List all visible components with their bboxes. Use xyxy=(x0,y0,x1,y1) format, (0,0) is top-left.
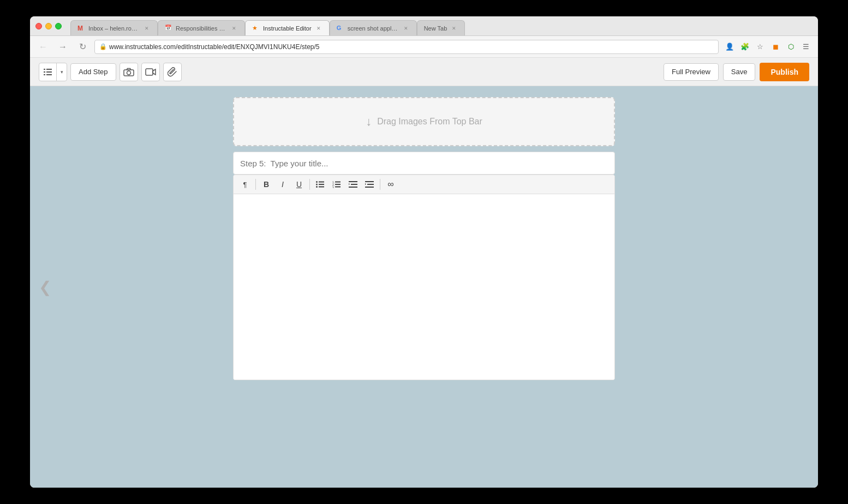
svg-text:3.: 3. xyxy=(332,186,335,188)
drop-arrow-icon: ↓ xyxy=(366,115,372,129)
page-content: ❮ ↓ Drag Images From Top Bar ¶ B I xyxy=(30,86,818,488)
browser-window: M Inbox – helen.rowe@work... ✕ 📅 Respons… xyxy=(30,16,818,488)
video-button[interactable] xyxy=(141,63,160,81)
reload-button[interactable]: ↻ xyxy=(75,39,90,55)
nav-right-icons: 👤 🧩 ☆ ◼ ⬡ ☰ xyxy=(723,40,813,53)
maximize-traffic-light[interactable] xyxy=(55,23,62,29)
svg-rect-16 xyxy=(335,182,341,183)
editor-toolbar: ▾ Add Step xyxy=(30,58,818,86)
back-button[interactable]: ← xyxy=(35,39,51,55)
tab-gmail-label: Inbox – helen.rowe@work... xyxy=(88,25,140,32)
svg-point-7 xyxy=(127,71,130,75)
editor-container: ↓ Drag Images From Top Bar ¶ B I U xyxy=(233,97,615,477)
toolbar-left: ▾ Add Step xyxy=(39,63,659,81)
svg-rect-8 xyxy=(146,69,153,75)
rte-separator-2 xyxy=(309,179,310,190)
tab-newtab-label: New Tab xyxy=(424,25,447,32)
extensions-btn[interactable]: 🧩 xyxy=(738,40,751,53)
menu-btn[interactable]: ☰ xyxy=(799,40,813,53)
svg-rect-20 xyxy=(335,187,341,188)
camera-button[interactable] xyxy=(120,63,138,81)
nav-bar: ← → ↻ 🔒 www.instructables.com/editInstru… xyxy=(30,36,818,58)
svg-rect-25 xyxy=(367,184,374,185)
svg-rect-4 xyxy=(44,74,45,75)
rte-toolbar: ¶ B I U xyxy=(234,175,614,194)
adblock-btn[interactable]: ◼ xyxy=(769,40,782,53)
close-traffic-light[interactable] xyxy=(35,23,42,29)
gmail-tab-icon: M xyxy=(77,25,85,32)
tab-newtab[interactable]: New Tab ✕ xyxy=(417,20,465,35)
tab-instructable-close[interactable]: ✕ xyxy=(315,25,323,32)
rte-paragraph-button[interactable]: ¶ xyxy=(238,177,252,191)
list-btn-group: ▾ xyxy=(39,63,67,81)
tabs-bar: M Inbox – helen.rowe@work... ✕ 📅 Respons… xyxy=(70,16,813,35)
tab-responsibilities[interactable]: 📅 Responsibilities Conventio... ✕ xyxy=(158,20,245,35)
tab-google-close[interactable]: ✕ xyxy=(402,25,410,32)
back-arrow[interactable]: ❮ xyxy=(39,278,51,296)
drop-zone-text: Drag Images From Top Bar xyxy=(377,117,482,127)
rte-container: ¶ B I U xyxy=(233,175,615,380)
tab-instructable[interactable]: ★ Instructable Editor ✕ xyxy=(245,20,330,35)
camera-icon xyxy=(123,68,134,76)
rte-link-button[interactable]: ∞ xyxy=(384,177,398,191)
instructable-tab-icon: ★ xyxy=(252,25,260,32)
rte-separator-1 xyxy=(255,179,256,190)
attachment-icon xyxy=(168,67,177,77)
svg-rect-14 xyxy=(319,187,324,188)
add-step-button[interactable]: Add Step xyxy=(70,63,116,81)
responsibilities-tab-icon: 📅 xyxy=(165,25,172,32)
tab-responsibilities-close[interactable]: ✕ xyxy=(230,25,238,32)
rte-ul-button[interactable] xyxy=(313,177,327,191)
svg-rect-24 xyxy=(365,181,374,182)
svg-rect-18 xyxy=(335,184,341,185)
list-dropdown-button[interactable]: ▾ xyxy=(57,63,67,81)
attachment-button[interactable] xyxy=(163,63,182,81)
step-title-input[interactable] xyxy=(233,152,615,175)
save-button[interactable]: Save xyxy=(723,63,756,81)
tab-google[interactable]: G screen shot apple – Googl... ✕ xyxy=(330,20,417,35)
video-icon xyxy=(145,68,156,76)
rte-ol-button[interactable]: 1. 2. 3. xyxy=(330,177,344,191)
ol-icon: 1. 2. 3. xyxy=(332,181,341,188)
minimize-traffic-light[interactable] xyxy=(45,23,52,29)
svg-point-9 xyxy=(316,181,318,183)
forward-button[interactable]: → xyxy=(55,39,70,55)
svg-rect-1 xyxy=(46,69,52,70)
ul-icon xyxy=(316,181,325,188)
rte-indent-button[interactable] xyxy=(362,177,377,191)
list-main-button[interactable] xyxy=(39,63,57,81)
svg-point-11 xyxy=(316,184,318,185)
tab-google-label: screen shot apple – Googl... xyxy=(348,25,399,32)
indent-icon xyxy=(365,181,374,188)
rte-bold-button[interactable]: B xyxy=(259,177,273,191)
svg-rect-10 xyxy=(319,182,324,183)
svg-rect-12 xyxy=(319,184,324,185)
rte-body[interactable] xyxy=(234,194,614,380)
address-text: www.instructables.com/editInstructable/e… xyxy=(109,43,320,51)
svg-rect-0 xyxy=(44,69,45,70)
tab-gmail[interactable]: M Inbox – helen.rowe@work... ✕ xyxy=(70,20,158,35)
full-preview-button[interactable]: Full Preview xyxy=(664,63,719,81)
rte-separator-3 xyxy=(380,179,380,190)
publish-label: Publish xyxy=(771,68,798,76)
tab-responsibilities-label: Responsibilities Conventio... xyxy=(176,25,227,32)
vpn-btn[interactable]: ⬡ xyxy=(784,40,797,53)
address-bar[interactable]: 🔒 www.instructables.com/editInstructable… xyxy=(94,40,719,54)
profile-icon-btn[interactable]: 👤 xyxy=(723,40,736,53)
rte-underline-button[interactable]: U xyxy=(292,177,306,191)
list-icon xyxy=(44,68,52,76)
publish-button[interactable]: Publish xyxy=(760,63,809,81)
rte-outdent-button[interactable] xyxy=(346,177,360,191)
image-drop-zone[interactable]: ↓ Drag Images From Top Bar xyxy=(233,97,615,146)
tab-newtab-close[interactable]: ✕ xyxy=(450,25,458,32)
rte-italic-button[interactable]: I xyxy=(276,177,290,191)
toolbar-right: Full Preview Save Publish xyxy=(664,63,809,81)
tab-instructable-label: Instructable Editor xyxy=(263,25,312,32)
traffic-lights xyxy=(35,23,62,29)
svg-point-13 xyxy=(316,186,318,188)
svg-rect-5 xyxy=(46,74,52,75)
svg-rect-22 xyxy=(351,184,357,185)
star-btn[interactable]: ☆ xyxy=(754,40,767,53)
tab-gmail-close[interactable]: ✕ xyxy=(143,25,151,32)
svg-rect-23 xyxy=(349,187,357,188)
